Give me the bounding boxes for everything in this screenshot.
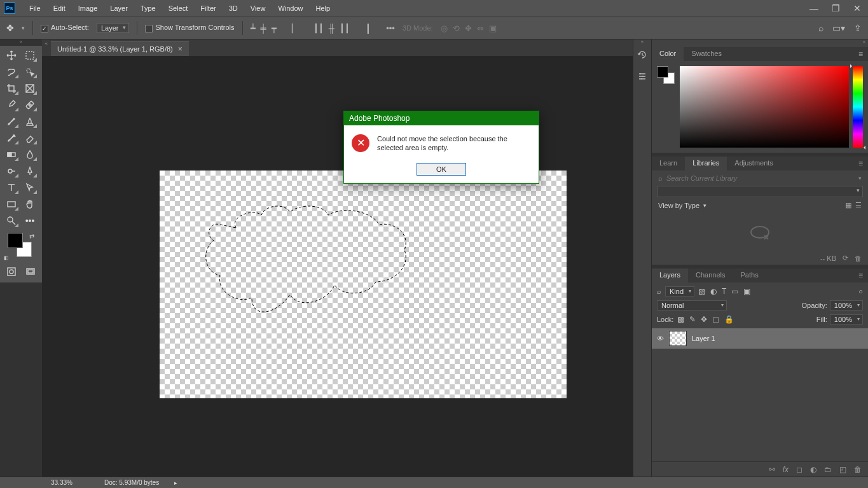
type-tool[interactable] [4, 181, 19, 195]
zoom-level[interactable]: 33.33% [51, 479, 89, 486]
brush-tool[interactable] [4, 115, 19, 129]
panel-collapse-handle[interactable]: « [42, 41, 51, 48]
document-tab[interactable]: Untitled-1 @ 33.3% (Layer 1, RGB/8) × [51, 41, 189, 56]
eraser-tool[interactable] [22, 131, 38, 145]
fill-value[interactable]: 100% [830, 314, 863, 324]
menu-3d[interactable]: 3D [223, 0, 244, 17]
menu-window[interactable]: Window [272, 0, 309, 17]
tab-adjustments[interactable]: Adjustments [727, 157, 781, 171]
align-left-icon[interactable]: ▏ [292, 24, 298, 33]
filter-toggle[interactable]: ○ [858, 288, 863, 295]
align-vcenter-icon[interactable]: ╪ [261, 24, 266, 33]
library-view-label[interactable]: View by Type [658, 202, 699, 209]
workspace-switcher-icon[interactable]: ▭▾ [832, 23, 845, 33]
menu-help[interactable]: Help [310, 0, 337, 17]
filter-type-icon[interactable]: T [722, 287, 726, 296]
tab-channels[interactable]: Channels [688, 268, 733, 282]
list-view-icon[interactable]: ☰ [855, 201, 862, 209]
trash-icon[interactable]: 🗑 [855, 254, 862, 262]
delete-layer-icon[interactable]: 🗑 [854, 465, 862, 474]
share-icon[interactable]: ⇪ [854, 23, 862, 33]
lasso-tool[interactable] [4, 65, 19, 79]
quick-mask-icon[interactable] [5, 265, 18, 279]
default-colors-icon[interactable]: ◧ [4, 255, 9, 261]
close-tab-icon[interactable]: × [178, 45, 183, 53]
maximize-button[interactable]: ❐ [825, 0, 846, 17]
tab-learn[interactable]: Learn [652, 157, 685, 171]
pen-tool[interactable] [22, 164, 38, 178]
gradient-tool[interactable] [4, 148, 19, 162]
group-icon[interactable]: 🗀 [824, 465, 832, 474]
panels-collapse[interactable]: » [652, 39, 868, 47]
tool-preset-dropdown-icon[interactable]: ▾ [22, 25, 25, 31]
history-panel-icon[interactable] [636, 48, 649, 61]
color-field[interactable] [680, 66, 849, 148]
document-canvas[interactable] [160, 171, 567, 398]
healing-tool[interactable] [22, 98, 38, 112]
filter-pixel-icon[interactable]: ▧ [698, 287, 705, 296]
properties-panel-icon[interactable] [636, 70, 649, 83]
edit-toolbar[interactable]: ••• [22, 214, 38, 228]
ok-button[interactable]: OK [417, 163, 466, 176]
foreground-color-swatch[interactable] [8, 233, 23, 248]
tab-layers[interactable]: Layers [652, 268, 688, 282]
menu-file[interactable]: File [23, 0, 47, 17]
search-dropdown-icon[interactable]: ▾ [858, 175, 862, 181]
layer-fx-icon[interactable]: fx [783, 465, 789, 474]
path-select-tool[interactable] [22, 181, 38, 195]
blend-mode-dropdown[interactable]: Normal [657, 300, 727, 310]
dodge-tool[interactable] [4, 164, 19, 178]
menu-select[interactable]: Select [162, 0, 195, 17]
lock-artboard-icon[interactable]: ▢ [712, 315, 719, 324]
toolbox-collapse-handle[interactable]: « [0, 39, 42, 46]
adjustment-layer-icon[interactable]: ◐ [810, 465, 816, 474]
link-layers-icon[interactable]: ⚯ [769, 465, 775, 474]
lock-transparency-icon[interactable]: ▩ [677, 315, 684, 324]
document-info[interactable]: Doc: 5.93M/0 bytes [104, 479, 159, 486]
marquee-tool[interactable] [22, 48, 38, 62]
search-icon[interactable]: ⌕ [818, 23, 823, 33]
layer-name[interactable]: Layer 1 [692, 335, 715, 342]
align-bottom-icon[interactable]: ┯ [272, 24, 277, 33]
filter-shape-icon[interactable]: ▭ [731, 287, 738, 296]
auto-select-target-dropdown[interactable]: Layer [97, 23, 130, 33]
opacity-value[interactable]: 100% [830, 300, 863, 310]
mini-dock-collapse[interactable]: « [633, 39, 651, 46]
auto-select-checkbox[interactable]: Auto-Select: [41, 24, 89, 32]
new-layer-icon[interactable]: ◰ [839, 465, 846, 474]
lock-position-icon[interactable]: ✥ [701, 315, 707, 324]
blur-tool[interactable] [22, 148, 38, 162]
layer-mask-icon[interactable]: ◻ [796, 465, 803, 474]
screen-mode-icon[interactable] [24, 265, 37, 279]
panel-fg-swatch[interactable] [657, 66, 668, 78]
swap-colors-icon[interactable]: ⇄ [29, 233, 34, 240]
visibility-icon[interactable]: 👁 [657, 335, 664, 342]
tab-swatches[interactable]: Swatches [684, 47, 729, 61]
distribute-vcenter-icon[interactable]: ╫ [329, 24, 334, 33]
hand-tool[interactable] [22, 197, 38, 211]
library-search-input[interactable] [666, 174, 855, 182]
layer-row[interactable]: 👁 Layer 1 [652, 328, 868, 349]
filter-adjustment-icon[interactable]: ◐ [710, 287, 717, 296]
menu-image[interactable]: Image [72, 0, 104, 17]
quick-select-tool[interactable] [22, 65, 38, 79]
more-align-icon[interactable]: ••• [386, 24, 395, 33]
distribute-top-icon[interactable]: ┃┃ [313, 24, 324, 33]
frame-tool[interactable] [22, 81, 38, 95]
layers-panel-menu-icon[interactable]: ≡ [853, 268, 868, 282]
hue-slider[interactable] [853, 66, 863, 148]
sync-icon[interactable]: ⟳ [843, 254, 848, 262]
menu-filter[interactable]: Filter [194, 0, 222, 17]
status-more-icon[interactable]: ▸ [174, 480, 177, 486]
zoom-tool[interactable] [4, 214, 19, 228]
menu-layer[interactable]: Layer [104, 0, 134, 17]
distribute-h-icon[interactable]: ║ [365, 24, 371, 33]
lock-all-icon[interactable]: 🔒 [724, 315, 734, 324]
close-button[interactable]: ✕ [846, 0, 868, 17]
tab-paths[interactable]: Paths [733, 268, 766, 282]
layer-thumbnail[interactable] [669, 331, 687, 346]
tab-color[interactable]: Color [652, 47, 684, 61]
show-transform-checkbox[interactable]: Show Transform Controls [145, 24, 234, 32]
menu-view[interactable]: View [244, 0, 272, 17]
clone-stamp-tool[interactable] [22, 115, 38, 129]
